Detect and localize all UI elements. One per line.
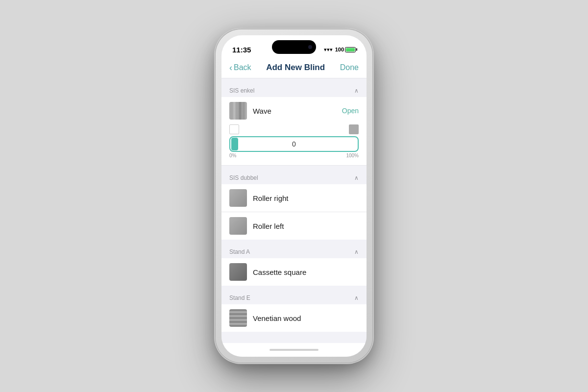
battery-box: 100 <box>335 47 356 52</box>
home-indicator <box>221 343 367 357</box>
roller-right-name: Roller right <box>253 194 359 202</box>
section-items-stand-a: Cassette square <box>221 258 367 286</box>
slider-track-wrapper[interactable]: 0 <box>229 136 359 152</box>
content-scroll[interactable]: SIS enkel ∧ Wave Open <box>221 78 367 343</box>
slider-track[interactable]: 0 <box>229 136 359 152</box>
venetian-wood-thumbnail <box>229 309 247 327</box>
slider-open-icon <box>229 124 239 134</box>
phone-device: 11:35 ▾▾▾ 100 ‹ Back Add New Blind <box>216 29 372 363</box>
section-chevron-sis-dubbel-icon: ∧ <box>354 174 359 181</box>
wave-status[interactable]: Open <box>342 107 359 115</box>
venetian-thumb-image <box>229 309 247 327</box>
venetian-wood-item[interactable]: Venetian wood <box>221 304 367 332</box>
back-button[interactable]: ‹ Back <box>229 63 251 72</box>
section-chevron-sis-enkel-icon: ∧ <box>354 87 359 94</box>
section-stand-e: Stand E ∧ Venetian wood <box>221 292 367 332</box>
wave-slider-container: 0 0% 100% <box>229 124 359 158</box>
section-header-stand-e[interactable]: Stand E ∧ <box>221 292 367 304</box>
camera-dot <box>308 45 312 49</box>
wave-name: Wave <box>253 107 336 115</box>
section-header-sis-dubbel[interactable]: SIS dubbel ∧ <box>221 172 367 184</box>
section-items-sis-enkel: Wave Open 0 <box>221 97 367 166</box>
status-bar: 11:35 ▾▾▾ 100 <box>221 35 367 57</box>
page-title: Add New Blind <box>266 63 325 73</box>
roller-left-thumbnail <box>229 217 247 235</box>
section-header-sis-enkel[interactable]: SIS enkel ∧ <box>221 84 367 97</box>
roller-left-name: Roller left <box>253 222 359 230</box>
slider-value: 0 <box>292 140 296 148</box>
back-label: Back <box>234 63 251 72</box>
slider-labels: 0% 100% <box>229 153 359 158</box>
wave-item-row: Wave Open <box>229 102 359 120</box>
done-button[interactable]: Done <box>340 63 359 72</box>
wave-thumb-image <box>229 102 247 120</box>
section-items-sis-dubbel: Roller right Roller left <box>221 184 367 240</box>
slider-icons-row <box>229 124 359 134</box>
section-items-stand-e: Venetian wood <box>221 304 367 332</box>
dynamic-island <box>272 40 316 54</box>
cassette-square-thumbnail <box>229 263 247 281</box>
section-title-stand-a: Stand A <box>229 248 250 255</box>
section-sis-enkel: SIS enkel ∧ Wave Open <box>221 84 367 166</box>
cassette-square-name: Cassette square <box>253 268 359 276</box>
slider-handle[interactable] <box>231 138 238 150</box>
venetian-wood-name: Venetian wood <box>253 314 359 322</box>
section-sis-dubbel: SIS dubbel ∧ Roller right Roller <box>221 172 367 240</box>
status-icons: ▾▾▾ 100 <box>324 47 356 53</box>
section-stand-a: Stand A ∧ Cassette square <box>221 245 367 286</box>
section-title-stand-e: Stand E <box>229 294 250 301</box>
phone-screen: 11:35 ▾▾▾ 100 ‹ Back Add New Blind <box>221 35 367 357</box>
roller-left-thumb-image <box>229 217 247 235</box>
battery-icon <box>345 47 356 52</box>
slider-min-label: 0% <box>229 153 236 158</box>
nav-bar: ‹ Back Add New Blind Done <box>221 57 367 78</box>
home-bar <box>270 349 318 351</box>
section-chevron-stand-e-icon: ∧ <box>354 294 359 301</box>
slider-closed-icon <box>349 124 359 134</box>
roller-left-item[interactable]: Roller left <box>221 212 367 240</box>
roller-right-thumbnail <box>229 189 247 207</box>
wave-item-expanded: Wave Open 0 <box>221 97 367 166</box>
battery-label: 100 <box>335 47 344 52</box>
battery-fill <box>346 48 355 51</box>
roller-right-thumb-image <box>229 189 247 207</box>
slider-max-label: 100% <box>346 153 359 158</box>
wifi-icon: ▾▾▾ <box>324 47 333 53</box>
back-chevron-icon: ‹ <box>229 63 232 72</box>
cassette-thumb-image <box>229 263 247 281</box>
section-title-sis-enkel: SIS enkel <box>229 87 254 94</box>
section-header-stand-a[interactable]: Stand A ∧ <box>221 245 367 258</box>
section-chevron-stand-a-icon: ∧ <box>354 248 359 255</box>
roller-right-item[interactable]: Roller right <box>221 184 367 212</box>
section-title-sis-dubbel: SIS dubbel <box>229 174 258 181</box>
cassette-square-item[interactable]: Cassette square <box>221 258 367 286</box>
status-time: 11:35 <box>232 46 251 54</box>
wave-thumbnail <box>229 102 247 120</box>
